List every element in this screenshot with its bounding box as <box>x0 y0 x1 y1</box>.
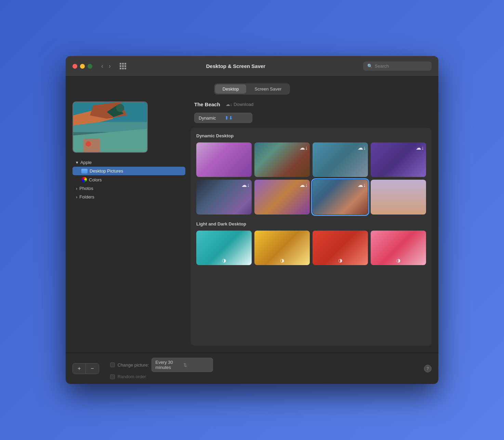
preview-image <box>73 102 147 152</box>
search-input[interactable] <box>375 64 423 69</box>
tab-desktop[interactable]: Desktop <box>215 84 247 94</box>
help-button[interactable]: ? <box>424 365 432 372</box>
wallpaper-thumb-6[interactable]: ☁↓ <box>254 180 310 214</box>
tabs-bar: Desktop Screen Saver <box>72 83 432 95</box>
preview-container <box>72 101 148 153</box>
wallpaper-thumb-7[interactable]: ☁↓ <box>313 180 368 214</box>
main-content: ▾ Apple Desktop Pictures Colors › Photos <box>72 101 432 346</box>
sidebar-group-folders[interactable]: › Folders <box>72 193 185 201</box>
section-light-dark-title: Light and Dark Desktop <box>196 221 426 226</box>
svg-point-7 <box>116 104 124 112</box>
sidebar-item-colors-label: Colors <box>89 177 102 182</box>
wallpaper-info: The Beach ☁↓ Download <box>191 101 432 107</box>
right-panel: The Beach ☁↓ Download Dynamic ⬆⬇ Dynamic… <box>191 101 432 346</box>
maximize-button[interactable] <box>88 64 92 69</box>
search-icon: 🔍 <box>367 64 373 69</box>
random-order-label: Random order <box>118 374 146 379</box>
add-button[interactable]: + <box>73 363 86 374</box>
section-dynamic-desktop-title: Dynamic Desktop <box>196 133 426 138</box>
sidebar-item-colors[interactable]: Colors <box>72 175 185 184</box>
tab-screen-saver[interactable]: Screen Saver <box>247 84 289 94</box>
light-dark-icon-4: ◑ <box>396 258 400 263</box>
download-overlay-icon-4: ☁↓ <box>241 182 250 188</box>
bottom-bar: + − Change picture: Every 30 minutes ⇅ R… <box>66 353 438 384</box>
content-area: Desktop Screen Saver <box>66 77 438 353</box>
download-overlay-icon-6: ☁↓ <box>358 182 366 188</box>
sidebar-group-photos[interactable]: › Photos <box>72 184 185 193</box>
gallery-area[interactable]: Dynamic Desktop ☁↓ ☁↓ <box>191 128 432 346</box>
folder-icon <box>81 169 88 174</box>
sidebar-item-desktop-pictures[interactable]: Desktop Pictures <box>72 167 185 175</box>
download-overlay-icon-2: ☁↓ <box>358 145 366 151</box>
dynamic-desktop-grid: ☁↓ ☁↓ ☁↓ ☁↓ <box>196 142 426 215</box>
interval-arrows-icon: ⇅ <box>183 362 209 368</box>
download-overlay-icon-3: ☁↓ <box>416 145 424 151</box>
wallpaper-thumb-10[interactable]: ◑ <box>254 231 310 265</box>
download-overlay-icon-5: ☁↓ <box>300 182 308 188</box>
wallpaper-thumb-8[interactable] <box>371 180 426 214</box>
wallpaper-thumb-11[interactable]: ◑ <box>313 231 368 265</box>
sidebar-group-apple-label: Apple <box>80 160 92 165</box>
wallpaper-thumb-4[interactable]: ☁↓ <box>371 142 426 177</box>
light-dark-icon-3: ◑ <box>338 258 342 263</box>
left-panel: ▾ Apple Desktop Pictures Colors › Photos <box>72 101 185 346</box>
minimize-button[interactable] <box>80 64 85 69</box>
wallpaper-thumb-3[interactable]: ☁↓ <box>313 142 368 177</box>
svg-point-9 <box>85 141 91 147</box>
wallpaper-thumb-2[interactable]: ☁↓ <box>254 142 310 177</box>
change-picture-checkbox[interactable] <box>110 362 115 367</box>
download-icon: ☁↓ <box>226 102 233 107</box>
sidebar-group-photos-label: Photos <box>79 186 93 191</box>
interval-select[interactable]: Every 30 minutes ⇅ <box>151 358 213 372</box>
add-remove-buttons: + − <box>72 363 99 374</box>
tabs-container: Desktop Screen Saver <box>214 83 290 95</box>
wallpaper-thumb-1[interactable] <box>196 142 252 177</box>
sidebar-group-folders-label: Folders <box>79 194 94 200</box>
chevron-down-icon: ▾ <box>76 160 78 165</box>
change-picture-label: Change picture: <box>118 362 149 368</box>
forward-button[interactable]: › <box>107 62 113 70</box>
colors-icon <box>81 177 87 182</box>
titlebar: ‹ › Desktop & Screen Saver 🔍 <box>66 56 438 77</box>
remove-button[interactable]: − <box>86 363 98 374</box>
sidebar: ▾ Apple Desktop Pictures Colors › Photos <box>72 158 185 201</box>
light-dark-icon-2: ◑ <box>280 258 284 263</box>
main-window: ‹ › Desktop & Screen Saver 🔍 Desktop Scr… <box>66 56 438 384</box>
close-button[interactable] <box>72 64 77 69</box>
interval-label: Every 30 minutes <box>155 360 181 370</box>
window-title: Desktop & Screen Saver <box>112 63 359 69</box>
chevron-right-icon: › <box>76 186 77 191</box>
sidebar-item-desktop-pictures-label: Desktop Pictures <box>90 168 123 174</box>
light-dark-icon: ◑ <box>222 258 226 263</box>
wallpaper-thumb-12[interactable]: ◑ <box>371 231 426 265</box>
wallpaper-thumb-9[interactable]: ◑ <box>196 231 252 265</box>
svg-rect-8 <box>83 139 100 152</box>
chevron-right-icon-2: › <box>76 194 77 200</box>
nav-buttons: ‹ › <box>99 62 113 70</box>
wallpaper-title: The Beach <box>194 101 220 107</box>
select-arrows-icon: ⬆⬇ <box>225 115 249 121</box>
mode-label: Dynamic <box>199 115 223 121</box>
light-dark-grid: ◑ ◑ ◑ ◑ <box>196 231 426 265</box>
mode-select[interactable]: Dynamic ⬆⬇ <box>194 113 252 123</box>
sidebar-group-apple[interactable]: ▾ Apple <box>72 158 185 167</box>
search-bar[interactable]: 🔍 <box>363 61 432 71</box>
back-button[interactable]: ‹ <box>99 62 105 70</box>
random-order-checkbox[interactable] <box>110 374 115 379</box>
wallpaper-thumb-5[interactable]: ☁↓ <box>196 180 252 214</box>
download-button[interactable]: ☁↓ Download <box>226 102 253 107</box>
traffic-lights <box>72 64 92 69</box>
download-label: Download <box>234 102 253 107</box>
download-overlay-icon: ☁↓ <box>300 145 308 151</box>
random-order-row: Random order <box>110 374 213 379</box>
